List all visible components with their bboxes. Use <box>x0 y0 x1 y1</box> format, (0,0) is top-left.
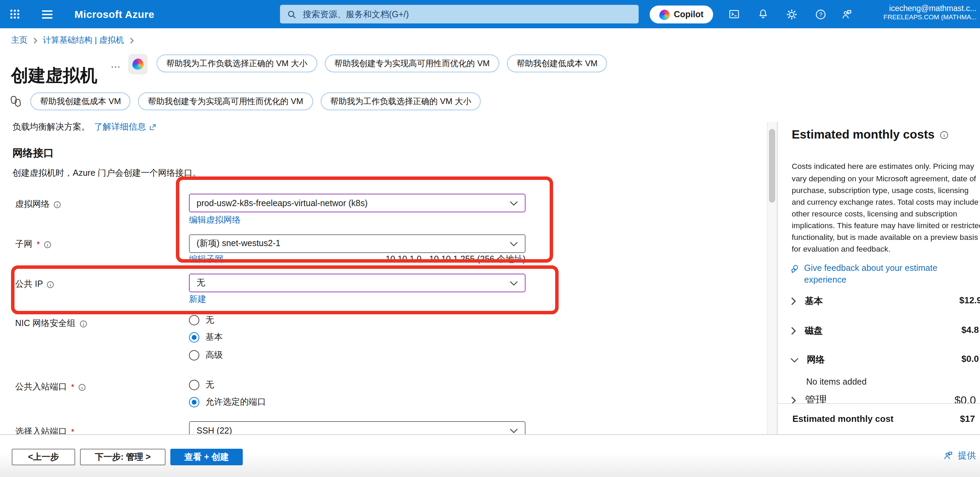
suggestion-vm-size[interactable]: 帮助我为工作负载选择正确的 VM 大小 <box>320 92 481 110</box>
chevron-down-icon[interactable] <box>790 357 799 363</box>
section-description: 创建虚拟机时，Azure 门户会创建一个网络接口。 <box>13 167 201 179</box>
info-icon[interactable] <box>43 240 52 248</box>
copilot-button[interactable]: Copilot <box>650 5 713 24</box>
settings-gear-icon[interactable] <box>779 0 805 28</box>
help-icon[interactable]: ? <box>808 0 834 28</box>
radio-icon[interactable] <box>189 350 199 361</box>
cost-row-basic-label: 基本 <box>805 295 823 307</box>
suggestion-low-cost[interactable]: 帮助我创建低成本 VM <box>507 54 607 72</box>
vnet-dropdown[interactable]: prod-usw2-k8s-freeleaps-virtual-networ (… <box>189 194 525 212</box>
create-new-public-ip-link[interactable]: 新建 <box>189 294 206 305</box>
cost-row-network-value: $0.0 <box>961 354 979 364</box>
notifications-bell-icon[interactable] <box>750 0 776 28</box>
feedback-person-icon <box>943 450 954 461</box>
edit-subnet-link[interactable]: 编辑子网 <box>189 254 223 266</box>
radio-icon[interactable] <box>189 380 199 390</box>
review-create-button[interactable]: 查看 + 创建 <box>170 449 243 465</box>
info-icon[interactable] <box>79 320 87 328</box>
inbound-ports-label-row: 公共入站端口 * <box>15 381 86 393</box>
chevron-right-icon <box>790 396 797 403</box>
vnet-label: 虚拟网络 <box>15 199 50 210</box>
chevron-down-icon <box>510 200 518 206</box>
chevron-right-icon <box>32 37 38 44</box>
chevron-right-icon[interactable] <box>790 327 797 335</box>
vnet-label-row: 虚拟网络 <box>15 199 61 210</box>
inbound-option-allow[interactable]: 允许选定的端口 <box>189 396 266 408</box>
learn-more-label: 了解详细信息 <box>94 121 146 133</box>
nsg-option-none[interactable]: 无 <box>189 314 214 326</box>
brand-title[interactable]: Microsoft Azure <box>75 8 154 20</box>
suggestion-vm-size[interactable]: 帮助我为工作负载选择正确的 VM 大小 <box>157 54 317 72</box>
copilot-button-label: Copilot <box>674 10 703 19</box>
learn-more-link[interactable]: 了解详细信息 <box>94 121 156 133</box>
global-search[interactable] <box>280 5 639 24</box>
cost-total-value: $17 <box>960 413 975 424</box>
info-icon[interactable] <box>939 130 949 140</box>
feedback-icon[interactable] <box>834 0 860 28</box>
cost-network-empty-text: No items added <box>806 377 867 387</box>
speech-bubbles-icon <box>790 264 800 286</box>
cost-panel-title: Estimated monthly costs <box>792 127 934 142</box>
subnet-address-range: 10.10.1.0 - 10.10.1.255 (256 个地址) <box>385 254 525 266</box>
suggestion-high-availability[interactable]: 帮助我创建专为实现高可用性而优化的 VM <box>138 92 313 110</box>
previous-step-button[interactable]: <上一步 <box>12 449 75 465</box>
suggestion-low-cost[interactable]: 帮助我创建低成本 VM <box>30 92 131 110</box>
info-icon[interactable] <box>46 280 55 288</box>
subnet-dropdown[interactable]: (新项) snet-westus2-1 <box>189 234 525 253</box>
subnet-subrow: 编辑子网 10.10.1.0 - 10.10.1.255 (256 个地址) <box>189 254 525 266</box>
search-input[interactable] <box>301 9 632 20</box>
give-feedback-link[interactable]: 提供 <box>943 450 976 462</box>
chevron-right-icon <box>129 37 134 44</box>
cost-row-disk-label: 磁盘 <box>805 325 823 337</box>
breadcrumb-vm[interactable]: 计算基础结构 | 虚拟机 <box>43 35 124 46</box>
estimate-feedback-link[interactable]: Give feedback about your estimate experi… <box>790 262 971 286</box>
info-icon[interactable] <box>78 383 86 391</box>
copilot-chip[interactable] <box>128 54 148 75</box>
vnet-dropdown-value: prod-usw2-k8s-freeleaps-virtual-networ (… <box>197 198 368 208</box>
radio-icon[interactable] <box>189 315 199 325</box>
suggestion-high-availability[interactable]: 帮助我创建专为实现高可用性而优化的 VM <box>325 54 499 72</box>
account-menu[interactable]: icecheng@mathmast.c... FREELEAPS.COM (MA… <box>883 3 977 22</box>
inbound-option-none[interactable]: 无 <box>189 379 214 391</box>
cost-panel-title-row: Estimated monthly costs <box>792 127 949 142</box>
top-bar: Microsoft Azure Copilot ? icecheng@mat <box>0 0 980 28</box>
cloud-shell-icon[interactable] <box>721 0 747 28</box>
cost-total-label: Estimated monthly cost <box>792 413 893 424</box>
chevron-right-icon[interactable] <box>790 297 797 305</box>
breadcrumb-home[interactable]: 主页 <box>11 35 28 46</box>
nsg-option-basic-label: 基本 <box>205 332 223 343</box>
hamburger-menu-icon[interactable] <box>34 0 60 28</box>
scrollbar-thumb[interactable] <box>768 129 775 203</box>
app-launcher-icon[interactable] <box>2 0 28 28</box>
more-options-icon[interactable]: … <box>110 58 121 70</box>
chevron-down-icon <box>510 241 518 246</box>
load-balancer-text: 负载均衡解决方案。 <box>13 121 90 133</box>
public-ip-dropdown[interactable]: 无 <box>189 273 525 292</box>
cost-panel-description: Costs indicated here are estimates only.… <box>792 161 980 255</box>
cost-row-basic[interactable]: 基本 <box>790 295 980 307</box>
cost-row-network-label: 网络 <box>807 354 825 366</box>
cost-row-disk[interactable]: 磁盘 <box>790 325 980 337</box>
subnet-label-row: 子网 * <box>15 238 52 250</box>
next-step-button[interactable]: 下一步: 管理 > <box>80 449 165 465</box>
external-link-icon <box>149 123 156 131</box>
cost-row-disk-value: $4.8 <box>961 325 979 335</box>
azure-portal-page: Microsoft Azure Copilot ? icecheng@mat <box>0 0 980 477</box>
info-icon[interactable] <box>53 200 61 208</box>
copilot-outline-icon <box>9 94 23 108</box>
cost-row-management-clipped[interactable]: 管理 $0.0 <box>790 395 980 403</box>
chevron-down-icon <box>510 428 518 433</box>
nsg-option-basic[interactable]: 基本 <box>189 332 223 343</box>
edit-vnet-link[interactable]: 编辑虚拟网络 <box>189 215 241 226</box>
public-ip-label: 公共 IP <box>15 278 43 290</box>
copilot-logo-icon <box>132 59 143 70</box>
nsg-option-advanced[interactable]: 高级 <box>189 350 223 361</box>
copilot-suggestions-row2: 帮助我创建低成本 VM 帮助我创建专为实现高可用性而优化的 VM 帮助我为工作负… <box>30 92 481 110</box>
select-ports-dropdown-value: SSH (22) <box>197 426 232 435</box>
svg-text:?: ? <box>819 11 822 17</box>
inbound-ports-label: 公共入站端口 <box>15 381 67 393</box>
radio-selected-icon[interactable] <box>189 397 199 407</box>
cost-row-network[interactable]: 网络 <box>790 354 980 366</box>
required-mark: * <box>71 382 75 392</box>
radio-selected-icon[interactable] <box>189 332 199 343</box>
